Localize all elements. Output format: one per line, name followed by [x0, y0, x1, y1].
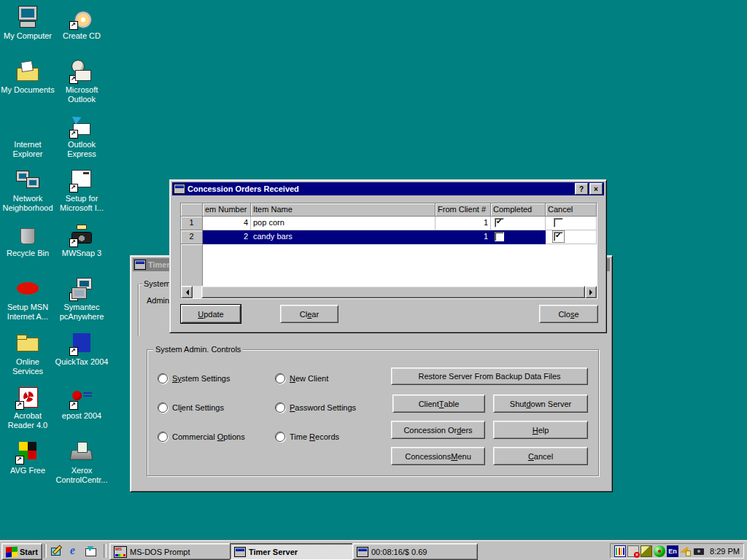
radio-time-records[interactable]: Time Records [275, 432, 339, 442]
window-icon [357, 547, 368, 557]
layers-icon[interactable] [640, 545, 652, 557]
help-titlebar-button[interactable]: ? [575, 183, 588, 195]
xerox-icon [70, 440, 93, 464]
cancel-checkbox[interactable] [554, 232, 563, 241]
task-timer-server[interactable]: Timer Server [230, 543, 355, 560]
cell-item-name[interactable]: pop corn [251, 217, 436, 230]
cd-status-icon[interactable] [654, 545, 665, 557]
cell-from-client[interactable]: 1 [436, 230, 491, 244]
client-table-button[interactable]: Client Table [392, 394, 485, 413]
restore-server-button[interactable]: Restore Server From Backup Data Files [391, 368, 588, 385]
window-icon [134, 260, 146, 270]
cancel-button[interactable]: Cancel [493, 447, 588, 465]
desktop-icon-label: Symantec pcAnywhere [54, 303, 109, 322]
update-button[interactable]: Update [181, 305, 241, 323]
row-header-strip [181, 244, 203, 286]
resource-meter-icon[interactable] [614, 545, 626, 557]
desktop-icon-acrobat[interactable]: Acrobat Reader 4.0 [0, 386, 55, 430]
desktop-icon-label: Xerox ControlCentr... [54, 466, 109, 485]
clear-button[interactable]: Clear [280, 305, 338, 323]
horn-icon[interactable] [680, 545, 692, 557]
task-timer-money[interactable]: 00:08:16/$ 0.69 [352, 543, 478, 560]
desktop-icon-recycle-bin[interactable]: Recycle Bin [0, 223, 55, 258]
desktop-icon-label: Microsoft Outlook [54, 85, 109, 104]
desktop-icon-internet-explorer[interactable]: Internet Explorer [0, 114, 55, 159]
close-button[interactable]: Close [539, 305, 598, 323]
desktop-icon-label: QuickTax 2004 [54, 357, 109, 367]
outlook-express-icon [70, 114, 93, 138]
cell-from-client[interactable]: 1 [436, 217, 491, 230]
tray-icons: En [614, 545, 705, 557]
desktop-icon-xerox[interactable]: Xerox ControlCentr... [54, 440, 109, 485]
desktop-icon-label: Setup for Microsoft I... [54, 194, 109, 213]
desktop-icon-folder[interactable]: Online Services [0, 332, 55, 376]
completed-checkbox[interactable] [495, 218, 504, 228]
cancel-checkbox[interactable] [554, 218, 563, 228]
grid-horizontal-scrollbar [181, 286, 597, 298]
windows-flag-icon [6, 546, 18, 557]
column-header-completed[interactable]: Completed [491, 203, 546, 217]
desktop-icon-pcanywhere[interactable]: Symantec pcAnywhere [54, 277, 109, 322]
column-header-cancel[interactable]: Cancel [546, 203, 597, 217]
column-header-item-number[interactable]: em Number [203, 203, 251, 217]
cell-completed [491, 230, 546, 244]
desktop-icon-label: AVG Free [0, 466, 55, 475]
desktop-icon-avg[interactable]: AVG Free [0, 440, 55, 475]
desktop-icon-network-neighborhood[interactable]: Network Neighborhood [0, 168, 55, 213]
radio-system-settings[interactable]: System Settings [158, 373, 230, 384]
desktop-icon-setup-window[interactable]: Setup for Microsoft I... [54, 168, 109, 213]
fragment-group-label: System [142, 279, 172, 288]
concessions-menu-button[interactable]: Concessions Menu [391, 447, 485, 465]
desktop-icon-microsoft-outlook[interactable]: Microsoft Outlook [54, 60, 109, 104]
desktop-icon-msn[interactable]: Setup MSN Internet A... [0, 277, 55, 322]
scroll-left-button[interactable] [181, 286, 193, 298]
completed-checkbox[interactable] [495, 232, 504, 241]
close-titlebar-button[interactable]: × [589, 183, 603, 195]
desktop-icon-camera[interactable]: MWSnap 3 [54, 223, 109, 258]
concession-orders-dialog: Concession Orders Received ? × em Number… [169, 179, 607, 333]
cell-cancel [546, 217, 597, 230]
scroll-right-button[interactable] [585, 286, 597, 298]
cell-item-number[interactable]: 4 [203, 217, 251, 230]
task-msdos-prompt[interactable]: MS-DOS Prompt [109, 543, 235, 560]
table-row[interactable]: 1 4 pop corn 1 [181, 217, 597, 230]
scrollbar-thumb[interactable] [201, 286, 585, 298]
column-header-item-name[interactable]: Item Name [251, 203, 436, 217]
column-header-from-client[interactable]: From Client # [436, 203, 491, 217]
task-label: 00:08:16/$ 0.69 [371, 548, 427, 556]
radio-password-settings[interactable]: Password Settings [275, 402, 356, 413]
shutdown-server-button[interactable]: Shutdown Server [493, 394, 588, 413]
desktop-icon-create-cd[interactable]: Create CD [54, 6, 109, 41]
printer-error-icon[interactable] [627, 545, 639, 557]
language-en-icon[interactable]: En [667, 545, 678, 557]
dialog-titlebar[interactable]: Concession Orders Received ? × [172, 182, 604, 195]
my-documents-icon [16, 60, 39, 83]
show-desktop-icon [50, 546, 62, 556]
row-header[interactable]: 2 [181, 230, 203, 244]
row-header[interactable]: 1 [181, 217, 203, 230]
desktop-icon-quicktax[interactable]: QuickTax 2004 [54, 332, 109, 367]
taskbar-clock[interactable]: 8:29 PM [710, 547, 740, 556]
cell-completed [491, 217, 546, 230]
radio-commercial-options[interactable]: Commercial Options [158, 432, 245, 442]
table-row[interactable]: 2 2 candy bars 1 [181, 230, 597, 244]
cell-item-number[interactable]: 2 [203, 230, 251, 244]
shortcut-arrow-icon [70, 22, 77, 29]
quick-launch-show-desktop[interactable] [48, 544, 64, 558]
desktop-icon-my-computer[interactable]: My Computer [0, 6, 55, 41]
desktop-icon-label: MWSnap 3 [54, 249, 109, 258]
help-button[interactable]: Help [493, 421, 588, 439]
concession-orders-button[interactable]: Concession Orders [391, 421, 485, 439]
desktop-icon-my-documents[interactable]: My Documents [0, 60, 55, 95]
radio-client-settings[interactable]: Client Settings [158, 402, 224, 413]
desktop-icon-epost[interactable]: epost 2004 [54, 386, 109, 421]
desktop-icon-outlook-express[interactable]: Outlook Express [54, 114, 109, 159]
camera-icon[interactable] [693, 545, 705, 557]
radio-new-client[interactable]: New Client [275, 373, 328, 384]
quick-launch-outlook-express[interactable] [83, 544, 99, 558]
quick-launch-internet-explorer[interactable] [66, 544, 82, 558]
cell-item-name[interactable]: candy bars [251, 230, 436, 244]
task-label: Timer Server [249, 548, 298, 556]
start-button[interactable]: Start [1, 543, 42, 560]
radio-label: System Settings [172, 374, 230, 383]
